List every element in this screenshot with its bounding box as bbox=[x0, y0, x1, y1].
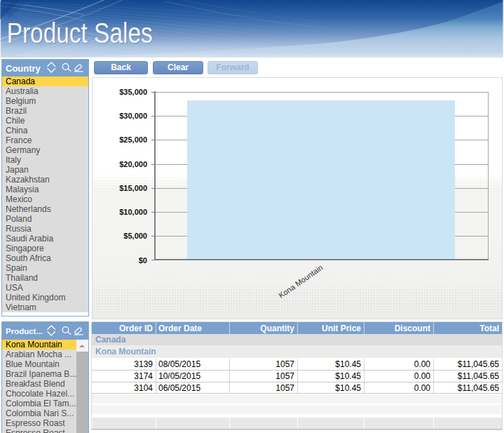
svg-text:Product Sales: Product Sales bbox=[7, 17, 153, 49]
